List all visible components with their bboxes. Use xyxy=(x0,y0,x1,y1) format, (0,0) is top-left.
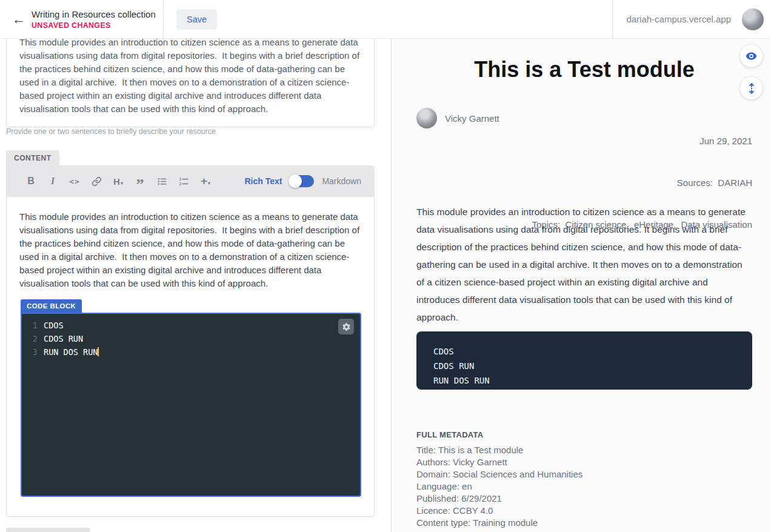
code-block-tag: CODE BLOCK xyxy=(21,299,82,313)
author-avatar xyxy=(416,108,437,128)
content-editor-card[interactable]: This module provides an introduction to … xyxy=(6,197,375,517)
bulleted-list-icon[interactable] xyxy=(155,174,169,188)
svg-text:2: 2 xyxy=(179,181,181,185)
mode-markdown-label[interactable]: Markdown xyxy=(322,176,361,186)
code-lines: 1CDOS2CDOS RUN3RUN DOS RUN xyxy=(22,319,360,359)
preview-code-line: CDOS xyxy=(433,344,735,359)
numbered-list-icon[interactable]: 1 2 xyxy=(176,174,191,188)
content-field-label: CONTENT xyxy=(14,154,52,162)
eye-icon xyxy=(745,50,758,62)
metadata-line: Language: en xyxy=(416,480,582,493)
header-right: dariah-campus.vercel.app xyxy=(612,0,771,38)
text-cursor xyxy=(98,347,99,356)
preview-code-line: CDOS RUN xyxy=(433,359,735,373)
preview-pane: This is a Test module Vicky Garnett Jun … xyxy=(392,39,771,532)
bold-icon[interactable]: B xyxy=(24,174,38,188)
add-component-icon[interactable]: +▾ xyxy=(198,174,213,188)
content-field-tab: CONTENT xyxy=(6,150,59,165)
preview-code-line: RUN DOS RUN xyxy=(433,373,735,388)
metadata-line: Domain: Social Sciences and Humanities xyxy=(416,468,582,480)
metadata-line: Licence: CCBY 4.0 xyxy=(416,505,582,517)
full-metadata-heading: FULL METADATA xyxy=(416,430,484,439)
code-line: 3RUN DOS RUN xyxy=(22,345,360,359)
metadata-line: Published: 6/29/2021 xyxy=(416,493,582,505)
metadata-line: Sources: DARIAH xyxy=(416,529,582,532)
scroll-sync-icon xyxy=(746,82,758,95)
header-left: ← Writing in Resources collection UNSAVE… xyxy=(0,0,164,38)
deploy-site-link[interactable]: dariah-campus.vercel.app xyxy=(626,14,731,24)
preview-date: Jun 29, 2021 xyxy=(522,134,752,148)
heading-icon[interactable]: H▾ xyxy=(111,174,125,188)
editor-pane: This module provides an introduction to … xyxy=(0,39,392,532)
gear-icon[interactable] xyxy=(338,319,354,334)
preview-code-block: CDOSCDOS RUNRUN DOS RUN xyxy=(416,331,752,390)
preview-page-title: This is a Test module xyxy=(416,57,752,82)
preview-author: Vicky Garnett xyxy=(416,108,499,128)
app-header: ← Writing in Resources collection UNSAVE… xyxy=(0,0,771,39)
code-line: 1CDOS xyxy=(22,319,360,332)
full-metadata-list: Title: This is a Test moduleAuthors: Vic… xyxy=(416,444,582,532)
preview-body-text: This module provides an introduction to … xyxy=(416,203,752,326)
code-line: 2CDOS RUN xyxy=(22,332,360,345)
markdown-toggle[interactable] xyxy=(290,175,314,187)
link-icon[interactable] xyxy=(89,174,104,188)
header-middle: Save xyxy=(164,0,612,38)
scroll-sync-button[interactable] xyxy=(740,77,763,99)
preview-sources-line: Sources: DARIAH xyxy=(522,176,752,190)
unsaved-changes-badge: UNSAVED CHANGES xyxy=(32,21,156,30)
toggle-preview-button[interactable] xyxy=(740,45,763,67)
code-block-editor[interactable]: 1CDOS2CDOS RUN3RUN DOS RUN xyxy=(21,313,361,497)
mode-richtext-label[interactable]: Rich Text xyxy=(244,176,282,186)
italic-icon[interactable]: I xyxy=(45,174,60,188)
svg-text:1: 1 xyxy=(179,176,181,181)
format-buttons: B I <> H▾ ” 1 2 xyxy=(24,174,213,188)
mode-switch: Rich Text Markdown xyxy=(244,175,361,187)
richtext-toolbar: B I <> H▾ ” 1 2 xyxy=(6,165,375,197)
save-button[interactable]: Save xyxy=(176,9,217,30)
quote-icon[interactable]: ” xyxy=(133,178,147,192)
user-avatar[interactable] xyxy=(742,8,764,30)
content-richtext-area[interactable]: This module provides an introduction to … xyxy=(7,197,374,290)
back-button[interactable]: ← xyxy=(8,9,29,30)
metadata-line: Title: This is a Test module xyxy=(416,444,582,456)
metadata-line: Authors: Vicky Garnett xyxy=(416,456,582,468)
next-section-tab-partial[interactable] xyxy=(6,528,90,532)
description-textarea[interactable]: This module provides an introduction to … xyxy=(19,36,361,116)
description-hint: Provide one or two sentences to briefly … xyxy=(6,127,216,136)
author-name: Vicky Garnett xyxy=(445,113,499,124)
collection-title: Writing in Resources collection xyxy=(32,9,156,19)
toggle-knob xyxy=(289,175,302,188)
metadata-line: Content type: Training module xyxy=(416,517,582,529)
code-icon[interactable]: <> xyxy=(67,174,82,188)
collection-titles: Writing in Resources collection UNSAVED … xyxy=(32,9,156,30)
